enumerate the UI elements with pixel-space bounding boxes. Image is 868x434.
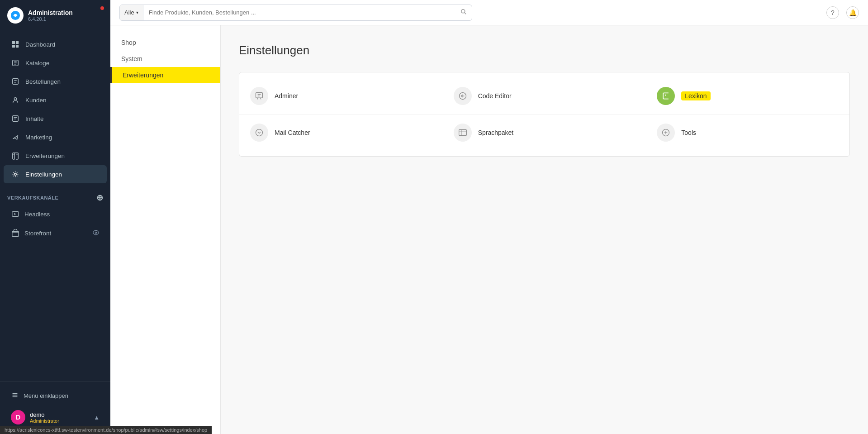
topbar-actions: ? 🔔 <box>826 6 859 19</box>
content-icon <box>11 114 20 123</box>
sidebar-item-label: Marketing <box>25 134 52 141</box>
page-title: Einstellungen <box>239 43 850 57</box>
topbar: Alle ▾ ? 🔔 <box>110 0 868 25</box>
customers-icon <box>11 95 20 105</box>
svg-point-9 <box>14 173 17 176</box>
extension-code-editor[interactable]: Code Editor <box>443 78 646 114</box>
code-editor-icon-wrapper <box>454 87 472 105</box>
sidebar-item-kataloge[interactable]: Kataloge <box>4 54 107 72</box>
settings-sub-nav: Shop System Erweiterungen <box>110 25 221 434</box>
extension-sprachpaket[interactable]: Sprachpaket <box>443 114 646 151</box>
tools-label: Tools <box>681 129 696 136</box>
sidebar-item-kunden[interactable]: Kunden <box>4 91 107 109</box>
app-version: 6.4.20.1 <box>28 16 73 22</box>
svg-rect-2 <box>16 41 19 44</box>
dashboard-icon <box>11 40 20 49</box>
help-icon[interactable]: ? <box>826 6 839 19</box>
svg-point-7 <box>14 98 16 100</box>
sidebar-item-label: Erweiterungen <box>25 153 65 159</box>
svg-rect-11 <box>12 231 19 236</box>
chevron-up-icon: ▲ <box>94 414 100 421</box>
search-button[interactable] <box>455 8 472 17</box>
collapse-icon <box>11 391 19 401</box>
sales-channel-label: Headless <box>24 211 50 218</box>
main-content: Einstellungen Adminer <box>221 25 868 434</box>
svg-rect-3 <box>12 45 15 48</box>
code-editor-label: Code Editor <box>478 92 512 100</box>
content-area: Shop System Erweiterungen Einstellungen <box>110 25 868 434</box>
extension-tools[interactable]: Tools <box>646 114 849 151</box>
sidebar-item-marketing[interactable]: Marketing <box>4 128 107 146</box>
storefront-icon <box>11 229 20 238</box>
headless-icon <box>11 210 20 219</box>
notifications-icon[interactable]: 🔔 <box>846 6 859 19</box>
storefront-eye-icon[interactable] <box>92 229 100 238</box>
svg-point-13 <box>461 10 465 13</box>
svg-point-16 <box>256 129 263 136</box>
settings-icon <box>11 170 20 179</box>
search-input[interactable] <box>143 9 455 16</box>
sub-nav-system[interactable]: System <box>110 51 220 67</box>
app-name: Administration <box>28 9 73 16</box>
adminer-icon-wrapper <box>250 87 268 105</box>
svg-rect-6 <box>13 79 19 85</box>
catalog-icon <box>11 58 20 67</box>
lexikon-icon-wrapper <box>657 87 675 105</box>
collapse-label: Menü einklappen <box>24 392 68 399</box>
app-logo <box>7 7 24 24</box>
avatar: D <box>11 410 25 424</box>
sidebar-item-einstellungen[interactable]: Einstellungen <box>4 165 107 183</box>
mail-catcher-label: Mail Catcher <box>275 129 310 136</box>
sub-nav-shop[interactable]: Shop <box>110 34 220 51</box>
sales-channel-label: Storefront <box>24 230 51 237</box>
sidebar-item-label: Kataloge <box>25 60 49 67</box>
sprachpaket-icon-wrapper <box>454 124 472 142</box>
chevron-down-icon: ▾ <box>136 10 138 15</box>
extension-lexikon[interactable]: Lexikon <box>646 78 849 114</box>
svg-rect-14 <box>256 93 263 98</box>
extension-mail-catcher[interactable]: Mail Catcher <box>239 114 443 151</box>
sidebar-item-label: Inhalte <box>25 115 44 122</box>
sub-nav-erweiterungen[interactable]: Erweiterungen <box>110 67 220 83</box>
main-nav: Dashboard Kataloge Bestellungen Kunden <box>0 31 110 187</box>
sidebar-item-erweiterungen[interactable]: Erweiterungen <box>4 147 107 165</box>
sidebar-item-label: Einstellungen <box>25 171 62 178</box>
svg-rect-17 <box>459 129 466 135</box>
extensions-icon <box>11 151 20 160</box>
user-role: Administrator <box>30 418 59 424</box>
adminer-label: Adminer <box>275 92 298 100</box>
svg-point-12 <box>95 232 96 233</box>
add-sales-channel-icon[interactable]: ⊕ <box>96 193 104 203</box>
sidebar: Administration 6.4.20.1 Dashboard Katalo… <box>0 0 110 434</box>
sidebar-item-dashboard[interactable]: Dashboard <box>4 35 107 53</box>
sidebar-item-label: Dashboard <box>25 41 55 48</box>
mail-catcher-icon-wrapper <box>250 124 268 142</box>
tools-icon-wrapper <box>657 124 675 142</box>
sidebar-item-bestellungen[interactable]: Bestellungen <box>4 72 107 91</box>
sales-channel-storefront[interactable]: Storefront <box>4 224 107 242</box>
lexikon-label: Lexikon <box>681 91 710 100</box>
status-dot <box>100 6 104 10</box>
search-category-select[interactable]: Alle ▾ <box>120 5 143 20</box>
sales-channel-headless[interactable]: Headless <box>4 205 107 223</box>
user-name: demo <box>30 411 59 418</box>
main-area: Alle ▾ ? 🔔 Shop System Erweiterungen <box>110 0 868 434</box>
extensions-grid: Adminer Code Editor Lexiko <box>239 78 849 151</box>
sales-channels-section: Verkaufskanäle ⊕ <box>0 187 110 205</box>
sidebar-item-label: Kunden <box>25 97 47 104</box>
sidebar-item-label: Bestellungen <box>25 78 61 85</box>
collapse-menu-button[interactable]: Menü einklappen <box>4 386 107 405</box>
url-bar: https://acrislexiconcs-xtftf.sw-testenvi… <box>0 426 212 434</box>
sprachpaket-label: Sprachpaket <box>478 129 514 136</box>
orders-icon <box>11 77 20 86</box>
search-bar: Alle ▾ <box>119 5 472 21</box>
marketing-icon <box>11 133 20 142</box>
extension-adminer[interactable]: Adminer <box>239 78 443 114</box>
svg-rect-1 <box>12 41 15 44</box>
svg-rect-8 <box>13 116 19 122</box>
sidebar-item-inhalte[interactable]: Inhalte <box>4 110 107 128</box>
sidebar-header: Administration 6.4.20.1 <box>0 0 110 31</box>
svg-rect-4 <box>16 45 19 48</box>
extensions-card: Adminer Code Editor Lexiko <box>239 72 850 157</box>
